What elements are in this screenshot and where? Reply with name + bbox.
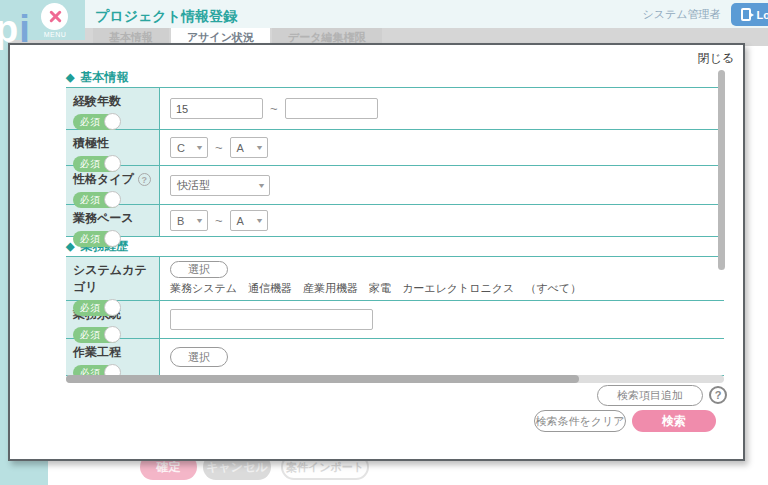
chevron-down-icon: ▼ <box>195 217 204 224</box>
field-label: 作業工程 <box>73 344 155 361</box>
field-label: 性格タイプ <box>73 171 134 188</box>
range-separator: ~ <box>215 213 223 228</box>
range-separator: ~ <box>270 101 278 116</box>
help-icon[interactable]: ? <box>138 173 151 186</box>
close-dialog-link[interactable]: 閉じる <box>697 50 734 67</box>
menu-button-label: MENU <box>34 31 76 38</box>
required-toggle[interactable]: 必須 <box>73 300 120 316</box>
field-label: 経験年数 <box>73 93 155 110</box>
user-role-label: システム管理者 <box>643 7 721 22</box>
sidebar <box>0 40 8 485</box>
proactiveness-from-select[interactable]: C ▼ <box>170 137 208 158</box>
required-toggle-label: 必須 <box>80 233 101 246</box>
experience-years-to-input[interactable] <box>285 98 378 119</box>
required-toggle-label: 必須 <box>80 194 101 207</box>
field-row-work-process: 作業工程 必須 選択 <box>66 338 724 375</box>
chevron-down-icon: ▼ <box>255 217 264 224</box>
required-toggle[interactable]: 必須 <box>73 114 120 130</box>
chevron-down-icon: ▼ <box>195 144 204 151</box>
field-content-cell: ~ <box>160 88 724 129</box>
personality-type-select[interactable]: 快活型 ▼ <box>170 175 270 196</box>
toggle-knob-icon <box>104 113 121 130</box>
toggle-knob-icon <box>104 191 121 208</box>
field-content-cell: 快活型 ▼ <box>160 166 724 204</box>
field-row-experience-years: 経験年数 必須 ~ <box>66 87 724 129</box>
required-toggle[interactable]: 必須 <box>73 231 120 247</box>
experience-years-from-input[interactable] <box>170 98 263 119</box>
field-row-system-category: システムカテゴリ 必須 選択 業務システム 通信機器 産業用機器 家電 カーエレ… <box>66 256 724 300</box>
select-value: A <box>237 215 244 227</box>
work-process-select-button[interactable]: 選択 <box>170 347 228 367</box>
field-label-cell: システムカテゴリ 必須 <box>66 257 160 300</box>
work-pace-to-select[interactable]: A ▼ <box>230 210 268 231</box>
field-row-work-pace: 業務ペース 必須 B ▼ ~ A ▼ <box>66 204 724 236</box>
work-pace-from-select[interactable]: B ▼ <box>170 210 208 231</box>
field-label-cell: 経験年数 必須 <box>66 88 160 129</box>
chevron-down-icon: ▼ <box>255 144 264 151</box>
field-label-cell: 作業工程 必須 <box>66 339 160 375</box>
chevron-down-icon: ▼ <box>257 182 266 189</box>
page-title: プロジェクト情報登録 <box>95 8 237 26</box>
horizontal-scrollbar-thumb[interactable] <box>66 375 579 383</box>
logout-button[interactable]: Lo <box>731 3 768 26</box>
field-label-row: 性格タイプ ? <box>73 171 155 188</box>
required-toggle[interactable]: 必須 <box>73 156 120 172</box>
section-basic-info: ◆ 基本情報 <box>66 67 724 87</box>
clear-search-conditions-button[interactable]: 検索条件をクリア <box>534 410 626 432</box>
required-toggle[interactable]: 必須 <box>73 327 120 343</box>
required-toggle-label: 必須 <box>80 302 101 315</box>
field-row-proactiveness: 積極性 必須 C ▼ ~ A ▼ <box>66 129 724 165</box>
field-content-cell: 選択 業務システム 通信機器 産業用機器 家電 カーエレクトロニクス （すべて） <box>160 257 724 300</box>
menu-button[interactable] <box>41 3 68 30</box>
required-toggle[interactable]: 必須 <box>73 192 120 208</box>
field-content-cell: C ▼ ~ A ▼ <box>160 130 724 165</box>
field-row-personality-type: 性格タイプ ? 必須 快活型 ▼ <box>66 165 724 204</box>
search-condition-dialog: 閉じる ◆ 基本情報 経験年数 必須 ~ 積極性 <box>8 43 745 461</box>
help-icon[interactable]: ? <box>709 386 727 404</box>
field-label: 業務ペース <box>73 210 155 227</box>
section-work-history: ◆ 業務経歴 <box>66 236 724 256</box>
add-search-item-button[interactable]: 検索項目追加 <box>597 385 703 406</box>
select-value: A <box>237 142 244 154</box>
toggle-knob-icon <box>104 155 121 172</box>
required-toggle-label: 必須 <box>80 329 101 342</box>
field-label-cell: 業務ペース 必須 <box>66 205 160 236</box>
field-content-cell <box>160 301 724 338</box>
range-separator: ~ <box>215 140 223 155</box>
field-label: 積極性 <box>73 135 155 152</box>
proactiveness-to-select[interactable]: A ▼ <box>230 137 268 158</box>
vertical-scrollbar[interactable] <box>718 70 725 270</box>
diamond-icon: ◆ <box>66 71 74 84</box>
required-toggle-label: 必須 <box>80 116 101 129</box>
user-area: システム管理者 Lo <box>643 3 768 26</box>
system-category-select-button[interactable]: 選択 <box>170 261 228 278</box>
horizontal-scrollbar[interactable] <box>66 375 724 383</box>
logout-button-label: Lo <box>757 9 768 21</box>
field-label: システムカテゴリ <box>73 262 155 296</box>
menu-close-icon <box>47 9 62 24</box>
field-content-cell: B ▼ ~ A ▼ <box>160 205 724 236</box>
required-toggle-label: 必須 <box>80 158 101 171</box>
toggle-knob-icon <box>104 299 121 316</box>
field-row-business-line: 業務系統 必須 <box>66 300 724 338</box>
toggle-knob-icon <box>104 230 121 247</box>
field-content-cell: 選択 <box>160 339 724 375</box>
section-title: 基本情報 <box>80 69 128 86</box>
search-form-table: ◆ 基本情報 経験年数 必須 ~ 積極性 必須 <box>66 67 724 376</box>
select-value: 快活型 <box>177 178 210 193</box>
field-label-cell: 積極性 必須 <box>66 130 160 165</box>
logout-icon <box>741 8 751 21</box>
search-button[interactable]: 検索 <box>632 410 716 432</box>
sidebar-bottom <box>0 461 48 485</box>
toggle-knob-icon <box>104 326 121 343</box>
business-line-input[interactable] <box>170 309 373 330</box>
system-category-selected-values: 業務システム 通信機器 産業用機器 家電 カーエレクトロニクス （すべて） <box>170 281 581 296</box>
select-value: B <box>177 215 184 227</box>
select-value: C <box>177 142 185 154</box>
